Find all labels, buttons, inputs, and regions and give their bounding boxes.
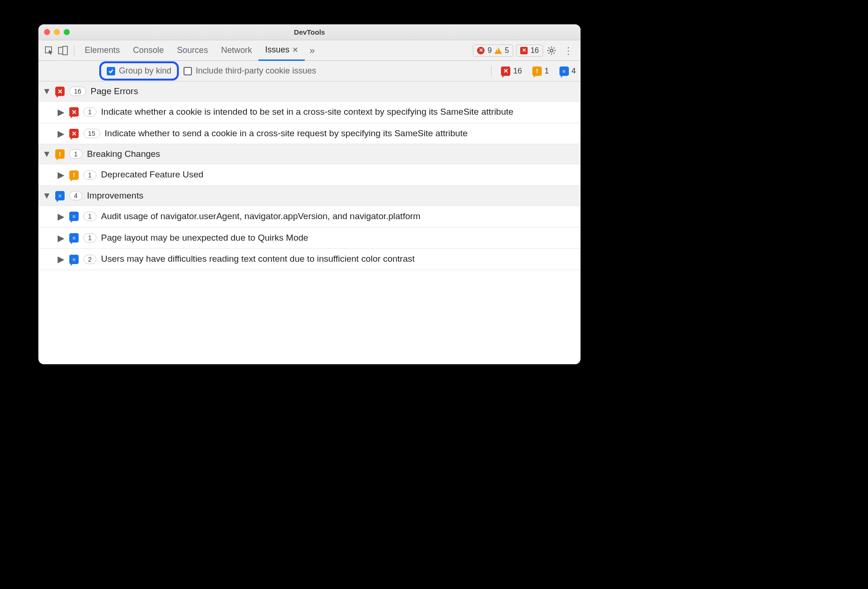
group-by-kind-checkbox[interactable]: Group by kind	[107, 66, 171, 76]
minimize-window-button[interactable]	[54, 29, 60, 35]
issue-title: Indicate whether to send a cookie in a c…	[105, 128, 576, 140]
issue-title: Page layout may be unexpected due to Qui…	[101, 232, 576, 244]
warning-icon	[494, 47, 502, 54]
zoom-window-button[interactable]	[64, 29, 70, 35]
count-badge: 1	[83, 170, 96, 180]
count: 4	[572, 66, 576, 76]
more-options-button[interactable]: ⋮	[560, 45, 577, 56]
checkbox-icon	[184, 67, 192, 75]
window-controls	[44, 29, 70, 35]
count: 1	[544, 66, 549, 76]
tab-label: Console	[133, 45, 164, 55]
error-icon: ✕	[69, 129, 79, 138]
count-badge: 1	[69, 149, 82, 159]
error-icon: ✕	[69, 107, 79, 117]
separator	[74, 45, 74, 56]
error-count-chip[interactable]: ✕ 16	[501, 66, 522, 76]
issue-title: Indicate whether a cookie is intended to…	[101, 106, 576, 118]
chevron-down-icon[interactable]: ▼	[43, 150, 51, 158]
issue-row[interactable]: ▶ ! 1 Deprecated Feature Used	[38, 164, 581, 186]
devtools-window: DevTools Elements Console Sources Networ…	[38, 24, 581, 364]
info-icon: ≡	[559, 66, 569, 76]
chevron-down-icon[interactable]: ▼	[43, 192, 51, 199]
tab-label: Elements	[85, 45, 120, 55]
info-icon: ≡	[69, 233, 79, 243]
tab-elements[interactable]: Elements	[78, 40, 126, 61]
tab-sources[interactable]: Sources	[170, 40, 214, 61]
chevron-right-icon[interactable]: ▶	[57, 256, 65, 263]
count-badge: 4	[69, 191, 82, 200]
group-title: Improvements	[87, 191, 143, 201]
issue-row[interactable]: ▶ ≡ 2 Users may have difficulties readin…	[38, 249, 581, 270]
checkbox-label: Include third-party cookie issues	[196, 66, 316, 76]
more-tabs-button[interactable]: »	[305, 45, 319, 56]
issues-list: ▼ ✕ 16 Page Errors ▶ ✕ 1 Indicate whethe…	[38, 81, 581, 364]
issues-chip[interactable]: ✕ 16	[516, 44, 543, 57]
group-by-kind-highlight: Group by kind	[99, 61, 179, 81]
issue-title: Audit usage of navigator.userAgent, navi…	[101, 211, 576, 222]
issue-title: Users may have difficulties reading text…	[101, 253, 576, 265]
separator	[491, 66, 492, 76]
tab-strip: Elements Console Sources Network Issues …	[38, 40, 581, 61]
info-icon: ≡	[69, 255, 79, 264]
warning-icon: !	[55, 149, 65, 159]
issues-toolbar: Group by kind Include third-party cookie…	[38, 61, 581, 81]
error-count: 9	[487, 46, 492, 55]
window-title: DevTools	[38, 28, 581, 36]
tab-console[interactable]: Console	[126, 40, 170, 61]
issues-count: 16	[530, 46, 539, 55]
warning-count-chip[interactable]: ! 1	[532, 66, 549, 76]
tab-label: Issues	[265, 45, 289, 55]
chevron-right-icon[interactable]: ▶	[57, 213, 65, 220]
count-badge: 1	[83, 233, 96, 243]
close-window-button[interactable]	[44, 29, 50, 35]
tab-issues[interactable]: Issues ✕	[258, 40, 305, 61]
chevron-right-icon[interactable]: ▶	[57, 234, 65, 242]
info-count-chip[interactable]: ≡ 4	[559, 66, 576, 76]
count: 16	[513, 66, 522, 76]
issue-row[interactable]: ▶ ≡ 1 Audit usage of navigator.userAgent…	[38, 206, 581, 228]
warning-count: 5	[505, 46, 509, 55]
close-tab-icon[interactable]: ✕	[292, 45, 298, 54]
issue-row[interactable]: ▶ ≡ 1 Page layout may be unexpected due …	[38, 228, 581, 249]
error-icon: ✕	[477, 47, 485, 54]
issue-row[interactable]: ▶ ✕ 15 Indicate whether to send a cookie…	[38, 123, 581, 145]
group-header-breaking-changes[interactable]: ▼ ! 1 Breaking Changes	[38, 144, 581, 164]
warning-icon: !	[69, 170, 79, 180]
error-icon: ✕	[501, 66, 510, 76]
count-badge: 1	[83, 107, 96, 117]
title-bar: DevTools	[38, 24, 581, 40]
group-title: Page Errors	[91, 86, 138, 96]
warning-icon: !	[532, 66, 542, 76]
svg-rect-2	[63, 46, 67, 55]
count-badge: 15	[83, 129, 100, 138]
info-icon: ≡	[69, 212, 79, 221]
svg-point-3	[550, 49, 553, 52]
chevron-right-icon[interactable]: ▶	[57, 108, 65, 116]
checkbox-icon	[107, 67, 115, 75]
info-icon: ≡	[55, 191, 65, 200]
issue-title: Deprecated Feature Used	[101, 169, 576, 181]
inspect-element-icon[interactable]	[42, 44, 56, 58]
issues-icon: ✕	[520, 47, 528, 54]
group-title: Breaking Changes	[87, 149, 160, 159]
include-third-party-checkbox[interactable]: Include third-party cookie issues	[184, 66, 316, 76]
count-badge: 16	[69, 87, 86, 96]
tab-label: Sources	[177, 45, 208, 55]
count-badge: 1	[83, 212, 96, 221]
checkbox-label: Group by kind	[119, 66, 171, 76]
chevron-right-icon[interactable]: ▶	[57, 171, 65, 179]
settings-button[interactable]	[543, 46, 560, 55]
count-badge: 2	[83, 255, 96, 264]
tab-network[interactable]: Network	[214, 40, 258, 61]
chevron-down-icon[interactable]: ▼	[43, 88, 51, 95]
error-icon: ✕	[55, 87, 65, 96]
device-toolbar-icon[interactable]	[56, 44, 70, 58]
group-header-improvements[interactable]: ▼ ≡ 4 Improvements	[38, 186, 581, 206]
issue-row[interactable]: ▶ ✕ 1 Indicate whether a cookie is inten…	[38, 102, 581, 123]
console-errors-chip[interactable]: ✕ 9 5	[473, 44, 513, 57]
group-header-page-errors[interactable]: ▼ ✕ 16 Page Errors	[38, 81, 581, 102]
tab-label: Network	[221, 45, 252, 55]
chevron-right-icon[interactable]: ▶	[57, 130, 65, 137]
